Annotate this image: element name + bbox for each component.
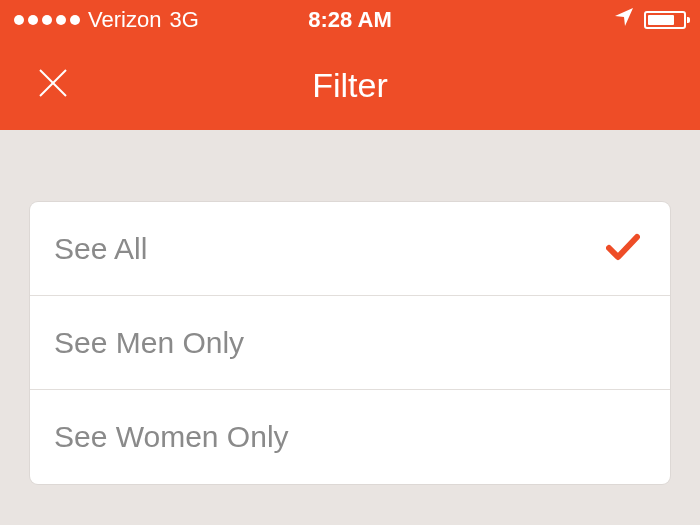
network-label: 3G (169, 7, 198, 33)
checkmark-icon (606, 233, 640, 265)
signal-strength-icon (14, 15, 80, 25)
filter-options-list: See All See Men Only See Women Only (30, 202, 670, 484)
page-title: Filter (0, 66, 700, 105)
filter-option-see-women-only[interactable]: See Women Only (30, 390, 670, 484)
status-bar: Verizon 3G 8:28 AM (0, 0, 700, 40)
filter-option-see-all[interactable]: See All (30, 202, 670, 296)
status-right (392, 7, 686, 33)
header: Verizon 3G 8:28 AM Filter (0, 0, 700, 130)
filter-option-label: See Women Only (54, 420, 289, 454)
close-button[interactable] (36, 66, 70, 104)
battery-icon (644, 11, 686, 29)
content: See All See Men Only See Women Only (0, 130, 700, 484)
filter-option-label: See All (54, 232, 147, 266)
close-icon (36, 66, 70, 100)
filter-option-see-men-only[interactable]: See Men Only (30, 296, 670, 390)
carrier-label: Verizon (88, 7, 161, 33)
filter-option-label: See Men Only (54, 326, 244, 360)
clock: 8:28 AM (308, 7, 392, 33)
location-icon (614, 7, 634, 33)
status-left: Verizon 3G (14, 7, 308, 33)
title-bar: Filter (0, 40, 700, 130)
